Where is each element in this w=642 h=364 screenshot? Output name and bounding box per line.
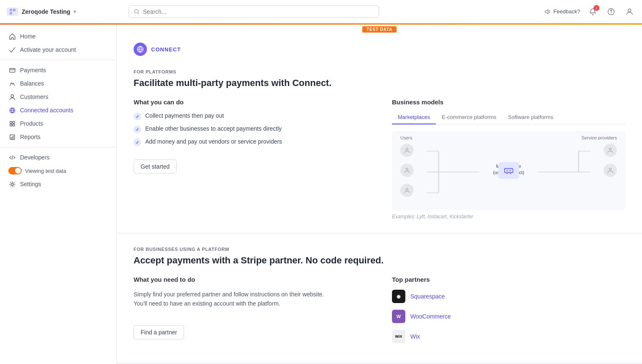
svg-rect-12 <box>10 124 12 126</box>
wix-link[interactable]: Wix <box>410 333 420 340</box>
platforms-section: FOR PLATFORMS Facilitate multi-party pay… <box>117 56 642 233</box>
business-models-title: Business models <box>392 99 625 106</box>
what-you-can-do: What you can do Collect payments then pa… <box>134 99 367 220</box>
sidebar-item-developers[interactable]: Developers <box>0 151 116 164</box>
test-data-badge: TEST DATA <box>362 26 397 33</box>
home-icon <box>8 33 16 40</box>
svg-rect-20 <box>505 169 513 173</box>
get-started-button[interactable]: Get started <box>134 159 177 174</box>
sidebar-item-label: Settings <box>20 181 41 187</box>
svg-point-17 <box>406 148 408 150</box>
connect-box-icon <box>498 162 519 179</box>
dropdown-icon[interactable]: ▾ <box>73 9 76 15</box>
tab-ecommerce[interactable]: E-commerce platforms <box>436 111 502 124</box>
feedback-button[interactable]: Feedback? <box>544 8 580 15</box>
sidebar-item-connected-accounts[interactable]: Connected accounts <box>0 104 116 117</box>
main-layout: Home Activate your account Payments <box>0 25 642 364</box>
what-item-1: Collect payments then pay out <box>134 112 367 120</box>
woocommerce-link[interactable]: WooCommerce <box>410 313 451 320</box>
user-avatar-2 <box>400 164 414 177</box>
sidebar-item-label: Payments <box>20 67 46 73</box>
svg-rect-22 <box>509 170 511 172</box>
connect-badge: CONNECT <box>151 46 181 53</box>
help-button[interactable] <box>605 6 617 18</box>
sidebar-item-home[interactable]: Home <box>0 30 116 43</box>
woocommerce-logo: W <box>392 310 405 323</box>
sidebar-item-payments[interactable]: Payments <box>0 63 116 77</box>
svg-point-18 <box>406 168 408 170</box>
platforms-section-label: FOR PLATFORMS <box>134 69 625 74</box>
sidebar-item-label: Connected accounts <box>20 107 73 114</box>
partner-wix: WiX Wix <box>392 330 625 343</box>
what-title: What you can do <box>134 99 367 106</box>
provider-avatar-1 <box>604 144 617 157</box>
user-avatar-3 <box>400 184 414 197</box>
businesses-section-headline: Accept payments with a Stripe partner. N… <box>134 255 625 266</box>
toggle-knob <box>15 168 21 174</box>
app-logo[interactable]: Zeroqode Testing ▾ <box>7 8 124 16</box>
question-icon <box>607 8 615 15</box>
notifications-button[interactable]: 1 <box>587 6 599 18</box>
check-icon-1 <box>134 113 141 120</box>
payments-icon <box>8 66 16 74</box>
test-data-label: Viewing test data <box>25 168 66 174</box>
search-input[interactable] <box>143 8 374 15</box>
activate-icon <box>8 46 16 53</box>
sidebar-divider-2 <box>0 147 116 147</box>
businesses-section: FOR BUSINESSES USING A PLATFORM Accept p… <box>117 233 642 364</box>
marketplace-diagram: Users Service providers <box>392 131 625 210</box>
logo-icon <box>7 8 18 16</box>
sidebar-item-reports[interactable]: Reports <box>0 130 116 144</box>
sidebar-item-settings[interactable]: Settings <box>0 177 116 191</box>
topbar: Zeroqode Testing ▾ Feedback? 1 <box>0 0 642 23</box>
user-button[interactable] <box>624 6 635 18</box>
svg-point-23 <box>609 148 612 150</box>
connect-globe-icon <box>134 43 147 56</box>
globe-icon <box>8 106 16 114</box>
center-area: Marketplace(uses Connect) <box>493 163 524 179</box>
speaker-icon <box>544 8 551 15</box>
sidebar-item-activate[interactable]: Activate your account <box>0 43 116 56</box>
diagram-users-label: Users <box>400 135 412 140</box>
sidebar-item-label: Activate your account <box>20 46 76 53</box>
svg-point-15 <box>11 183 13 185</box>
right-avatars <box>604 144 617 177</box>
businesses-desc: Simply find your preferred partner and f… <box>134 290 334 308</box>
tab-software[interactable]: Software platforms <box>502 111 559 124</box>
platforms-section-body: What you can do Collect payments then pa… <box>134 99 625 220</box>
test-data-toggle[interactable] <box>8 167 22 174</box>
find-partner-button[interactable]: Find a partner <box>134 325 184 339</box>
search-box[interactable] <box>129 5 379 18</box>
check-icon-2 <box>134 126 141 133</box>
svg-point-8 <box>11 95 13 97</box>
squarespace-logo: ◉ <box>392 290 405 303</box>
svg-point-5 <box>611 13 612 13</box>
sidebar-item-label: Balances <box>20 80 44 87</box>
app-name: Zeroqode Testing <box>22 8 70 15</box>
sidebar-item-products[interactable]: Products <box>0 117 116 130</box>
business-models: Business models Marketplaces E-commerce … <box>392 99 625 220</box>
what-item-label-2: Enable other businesses to accept paymen… <box>145 125 282 132</box>
tab-marketplaces[interactable]: Marketplaces <box>392 111 436 124</box>
test-data-toggle-wrapper: Viewing test data <box>0 164 116 177</box>
sidebar-item-customers[interactable]: Customers <box>0 90 116 104</box>
businesses-section-label: FOR BUSINESSES USING A PLATFORM <box>134 247 625 252</box>
connect-header: CONNECT <box>117 34 642 56</box>
content-area: TEST DATA CONNECT FOR PLATFORMS Facilita… <box>117 25 642 364</box>
sidebar: Home Activate your account Payments <box>0 25 117 364</box>
customers-icon <box>8 93 16 101</box>
sidebar-item-balances[interactable]: Balances <box>0 77 116 90</box>
svg-rect-0 <box>10 9 12 11</box>
notification-badge: 1 <box>594 5 599 11</box>
svg-point-6 <box>628 9 631 12</box>
sidebar-divider-1 <box>0 60 116 60</box>
test-data-banner: TEST DATA <box>117 25 642 34</box>
feedback-label: Feedback? <box>554 8 580 15</box>
what-need-title: What you need to do <box>134 276 367 283</box>
check-icon-3 <box>134 139 141 146</box>
user-icon <box>626 8 633 15</box>
squarespace-link[interactable]: Squarespace <box>410 293 445 300</box>
what-item-3: Add money and pay out vendors or service… <box>134 138 367 146</box>
svg-rect-7 <box>10 68 15 72</box>
balances-icon <box>8 80 16 87</box>
